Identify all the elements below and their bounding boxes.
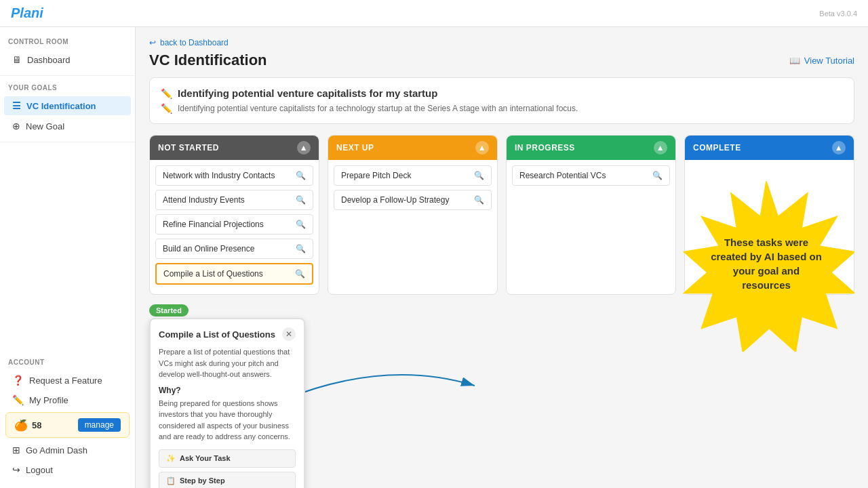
- top-nav: Plani Beta v3.0.4: [0, 0, 868, 27]
- sidebar-item-vc-identification[interactable]: ☰ VC Identification: [4, 96, 131, 115]
- sidebar-divider-2: [0, 142, 135, 142]
- kanban-item-build-online[interactable]: Build an Online Presence 🔍: [155, 239, 313, 259]
- monitor-icon: 🖥: [12, 54, 22, 65]
- kanban-item-network[interactable]: Network with Industry Contacts 🔍: [155, 165, 313, 186]
- main-content: ↩ back to Dashboard VC Identification 📖 …: [136, 27, 868, 488]
- kanban-header-not-started: NOT STARTED ▲: [150, 136, 319, 160]
- coin-icon: 🍊: [14, 419, 28, 432]
- beta-label: Beta v3.0.4: [819, 9, 857, 18]
- question-circle-icon: ❓: [12, 375, 24, 386]
- sidebar-item-new-goal[interactable]: ⊕ New Goal: [4, 117, 131, 136]
- sidebar-bottom: ACCOUNT ❓ Request a Feature ✏️ My Profil…: [0, 356, 135, 480]
- kanban-item-develop-followup[interactable]: Develop a Follow-Up Strategy 🔍: [334, 190, 492, 210]
- sidebar: CONTROL ROOM 🖥 Dashboard YOUR GOALS ☰ VC…: [0, 27, 136, 488]
- prepare-pitch-label: Prepare Pitch Deck: [341, 171, 411, 180]
- compile-item-label: Compile a List of Questions: [163, 269, 263, 279]
- kanban-item-refine[interactable]: Refine Financial Projections 🔍: [155, 214, 313, 235]
- ask-your-task-button[interactable]: ✨ Ask Your Task: [159, 449, 296, 468]
- coins-bar: 🍊 58 manage: [5, 412, 130, 438]
- sidebar-item-logout[interactable]: ↪ Logout: [4, 460, 131, 479]
- plus-circle-icon: ⊕: [12, 121, 20, 131]
- edit-icon-2: ✏️: [161, 103, 172, 114]
- kanban-item-attend[interactable]: Attend Industry Events 🔍: [155, 190, 313, 210]
- search-icon-3[interactable]: 🔍: [296, 220, 306, 229]
- page-title: VC Identification: [149, 52, 267, 69]
- vc-identification-label: VC Identification: [26, 101, 96, 111]
- ask-your-task-label: Ask Your Task: [180, 454, 231, 462]
- kanban-column-next-up: NEXT UP ▲ Prepare Pitch Deck 🔍 Develop a…: [328, 135, 498, 295]
- logout-icon: ↪: [12, 464, 20, 475]
- collapse-icon-next-up[interactable]: ▲: [475, 141, 489, 155]
- sidebar-item-go-admin-dash[interactable]: ⊞ Go Admin Dash: [4, 441, 131, 460]
- kanban-board: NOT STARTED ▲ Network with Industry Cont…: [149, 135, 854, 295]
- attend-item-label: Attend Industry Events: [163, 195, 245, 205]
- manage-button[interactable]: manage: [78, 418, 121, 432]
- grid-icon: ⊞: [12, 445, 20, 455]
- collapse-icon-complete[interactable]: ▲: [832, 141, 846, 155]
- steps-icon: 📋: [166, 476, 176, 485]
- kanban-items-next-up: Prepare Pitch Deck 🔍 Develop a Follow-Up…: [328, 160, 497, 220]
- kanban-item-compile[interactable]: Compile a List of Questions 🔍: [155, 263, 313, 285]
- wand-icon: ✨: [166, 454, 176, 463]
- kanban-items-in-progress: Research Potential VCs 🔍: [507, 160, 675, 195]
- develop-followup-label: Develop a Follow-Up Strategy: [341, 195, 449, 205]
- popup-why-label: Why?: [159, 386, 296, 395]
- kanban-column-not-started: NOT STARTED ▲ Network with Industry Cont…: [149, 135, 319, 295]
- popup-why-text: Being prepared for questions shows inves…: [159, 398, 296, 443]
- kanban-column-complete: COMPLETE ▲: [684, 135, 854, 295]
- logout-label: Logout: [26, 465, 53, 475]
- search-icon-7[interactable]: 🔍: [474, 195, 484, 205]
- kanban-item-prepare-pitch[interactable]: Prepare Pitch Deck 🔍: [334, 165, 492, 186]
- kanban-items-not-started: Network with Industry Contacts 🔍 Attend …: [150, 160, 319, 294]
- back-link[interactable]: ↩ back to Dashboard: [149, 38, 854, 47]
- step-by-step-button[interactable]: 📋 Step by Step: [159, 472, 296, 489]
- started-badge: Started: [149, 304, 189, 317]
- main-layout: CONTROL ROOM 🖥 Dashboard YOUR GOALS ☰ VC…: [0, 27, 868, 488]
- build-online-label: Build an Online Presence: [163, 244, 254, 253]
- edit-icon-1: ✏️: [161, 88, 172, 99]
- search-icon-2[interactable]: 🔍: [296, 195, 306, 205]
- kanban-header-complete: COMPLETE ▲: [685, 136, 854, 160]
- sidebar-item-my-profile[interactable]: ✏️ My Profile: [4, 390, 131, 409]
- account-label: ACCOUNT: [0, 356, 135, 370]
- popup-close-button[interactable]: ✕: [282, 327, 296, 341]
- search-icon-6[interactable]: 🔍: [474, 171, 484, 180]
- page-header: VC Identification 📖 View Tutorial: [149, 52, 854, 69]
- collapse-icon-not-started[interactable]: ▲: [297, 141, 311, 155]
- kanban-header-next-up: NEXT UP ▲: [328, 136, 497, 160]
- popup-title: Compile a List of Questions: [159, 329, 275, 340]
- dashboard-label: Dashboard: [27, 55, 71, 65]
- collapse-icon-in-progress[interactable]: ▲: [654, 141, 667, 155]
- next-up-label: NEXT UP: [336, 143, 374, 152]
- in-progress-label: IN PROGRESS: [515, 143, 575, 152]
- my-profile-label: My Profile: [29, 395, 68, 405]
- goal-subtitle-text: Identifying potential venture capitalist…: [178, 104, 578, 113]
- your-goals-label: YOUR GOALS: [0, 81, 135, 96]
- goal-title-text: Identifying potential venture capitalist…: [178, 87, 437, 99]
- not-started-label: NOT STARTED: [158, 143, 219, 152]
- search-icon-4[interactable]: 🔍: [296, 244, 306, 253]
- refine-item-label: Refine Financial Projections: [163, 220, 264, 229]
- search-icon-8[interactable]: 🔍: [652, 171, 663, 180]
- kanban-item-research-vcs[interactable]: Research Potential VCs 🔍: [512, 165, 670, 186]
- go-admin-dash-label: Go Admin Dash: [26, 445, 87, 455]
- goal-title: ✏️ Identifying potential venture capital…: [161, 87, 843, 99]
- app-logo: Plani: [11, 5, 43, 21]
- pencil-icon: ✏️: [12, 394, 24, 405]
- list-icon: ☰: [12, 100, 21, 111]
- control-room-label: CONTROL ROOM: [0, 35, 135, 49]
- sidebar-item-request-feature[interactable]: ❓ Request a Feature: [4, 371, 131, 390]
- popup-actions: ✨ Ask Your Task 📋 Step by Step 🔄 Replace: [159, 449, 296, 489]
- annotation-arrow: [285, 345, 488, 426]
- view-tutorial-button[interactable]: 📖 View Tutorial: [789, 56, 854, 66]
- search-icon-1[interactable]: 🔍: [296, 171, 306, 180]
- search-icon-5[interactable]: 🔍: [295, 269, 305, 279]
- sidebar-item-dashboard[interactable]: 🖥 Dashboard: [4, 50, 131, 69]
- back-arrow-icon: ↩: [149, 38, 156, 47]
- goal-card: ✏️ Identifying potential venture capital…: [149, 77, 854, 124]
- started-section: Started: [149, 302, 854, 317]
- popup-header: Compile a List of Questions ✕: [159, 327, 296, 341]
- kanban-column-in-progress: IN PROGRESS ▲ Research Potential VCs 🔍: [506, 135, 676, 295]
- research-vcs-label: Research Potential VCs: [519, 171, 606, 180]
- request-feature-label: Request a Feature: [29, 375, 102, 386]
